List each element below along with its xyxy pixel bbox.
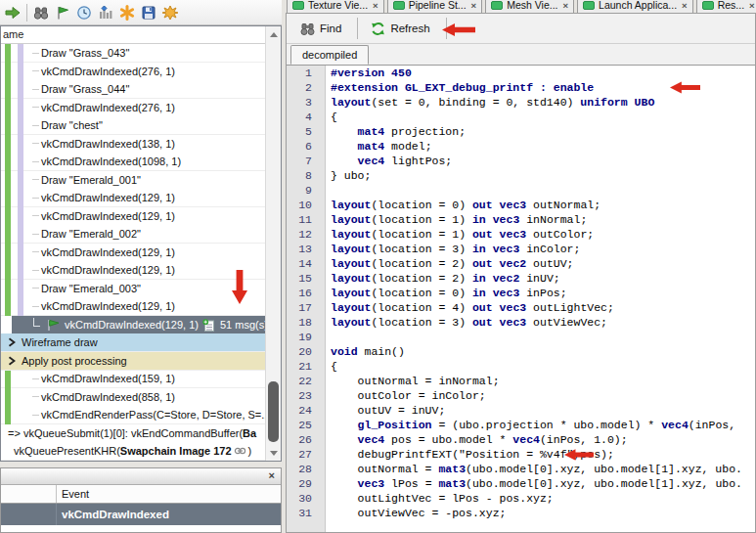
line-number: 1 xyxy=(287,66,319,80)
line-number: 16 xyxy=(287,286,319,300)
red-left-arrow-annotation xyxy=(670,81,700,94)
renderdoc-window: { "colors": { "annotation_red": "#dd2a1c… xyxy=(0,0,756,533)
event-row[interactable]: vkQueuePresentKHR( Swapchain Image 172 ) xyxy=(1,442,265,461)
code-line: 28 outNormal = mat3(ubo.model[0].xyz, ub… xyxy=(287,462,755,476)
event-row[interactable]: vkCmdDrawIndexed(276, 1) xyxy=(1,99,265,117)
refresh-icon xyxy=(371,22,385,36)
event-row[interactable]: => vkQueueSubmit(1)[0]: vkEndCommandBuff… xyxy=(1,424,265,443)
event-row[interactable]: vkCmdEndRenderPass(C=Store, D=Store, S=.… xyxy=(1,406,265,424)
code-line: 22 outNormal = inNormal; xyxy=(287,374,755,388)
name-column-header[interactable]: ame xyxy=(1,26,265,44)
line-number: 30 xyxy=(287,491,319,506)
save-icon[interactable] xyxy=(138,2,159,23)
window-tab[interactable]: Launch Applica...× xyxy=(577,0,693,13)
timer-clock-icon[interactable] xyxy=(73,2,95,23)
code-line: 25 gl_Position = (ubo.projection * ubo.m… xyxy=(287,418,755,432)
extensions-star-icon[interactable] xyxy=(159,2,181,23)
line-number: 18 xyxy=(287,315,319,330)
shader-source-editor[interactable]: 1#version 4502#extension GL_EXT_debug_pr… xyxy=(287,66,755,532)
event-row[interactable]: vkCmdDrawIndexed(129, 1) xyxy=(1,297,265,316)
event-row[interactable]: vkCmdDrawIndexed(129, 1) xyxy=(1,207,265,226)
event-row[interactable]: Wireframe draw xyxy=(1,333,265,352)
shader-viewer-frame: Find Refresh decompiled 1#version 4502#e… xyxy=(286,13,756,533)
asterisk-icon[interactable] xyxy=(116,2,138,23)
event-label-segment: ) xyxy=(248,445,252,457)
code-line: 21{ xyxy=(287,359,755,374)
event-column-label: Event xyxy=(57,488,89,500)
event-label: Draw "Emerald_001" xyxy=(41,174,141,186)
shader-toolbar: Find Refresh xyxy=(287,14,755,44)
code-line: 1#version 450 xyxy=(287,66,755,80)
event-row[interactable]: vkCmdDrawIndexed(858, 1) xyxy=(1,388,265,407)
code-line: 17layout(location = 4) out vec3 outLight… xyxy=(287,300,755,315)
messages-first-column xyxy=(1,485,57,503)
message-count-badge: 51 msg(s) xyxy=(220,319,265,331)
event-row[interactable]: Draw "Emerald_003" xyxy=(1,280,265,298)
close-icon[interactable]: × xyxy=(471,0,477,11)
window-icon xyxy=(491,1,503,10)
tree-connector-stub xyxy=(32,251,39,252)
refresh-button[interactable]: Refresh xyxy=(365,18,438,40)
messages-row-cell-empty xyxy=(1,504,57,525)
event-row-selected[interactable]: vkCmdDrawIndexed(129, 1)51 msg(s) xyxy=(1,316,265,334)
code-line: 10layout(location = 0) out vec3 outNorma… xyxy=(287,198,755,212)
find-binoculars-icon xyxy=(300,22,315,36)
event-tree-scrollbar[interactable] xyxy=(265,26,281,461)
window-tab[interactable]: Pipeline St...× xyxy=(387,0,483,13)
event-row[interactable]: vkCmdDrawIndexed(276, 1) xyxy=(1,63,265,81)
find-icon[interactable] xyxy=(30,2,52,23)
scroll-thumb[interactable] xyxy=(268,381,279,442)
scroll-down-button[interactable] xyxy=(266,445,282,461)
window-tab[interactable]: Res...× xyxy=(696,0,756,13)
event-row[interactable]: Draw "Emerald_002" xyxy=(1,225,265,244)
tree-connector-stub xyxy=(32,415,39,416)
event-row[interactable]: vkCmdDrawIndexed(159, 1) xyxy=(1,370,265,388)
code-line: 19 xyxy=(287,330,755,344)
event-row[interactable]: Draw "Emerald_001" xyxy=(1,171,265,190)
close-icon[interactable]: × xyxy=(269,469,275,481)
event-row[interactable]: vkCmdDrawIndexed(129, 1) xyxy=(1,244,265,262)
section-label: Apply post processing xyxy=(22,355,127,367)
code-line: 9 xyxy=(287,183,755,198)
event-label: vkCmdDrawIndexed(129, 1) xyxy=(41,210,175,222)
line-number: 3 xyxy=(287,95,319,110)
close-icon[interactable]: × xyxy=(563,0,569,11)
line-number: 10 xyxy=(287,198,319,212)
window-icon xyxy=(292,1,304,10)
event-label: vkCmdDrawIndexed(276, 1) xyxy=(41,66,175,77)
window-tab[interactable]: Mesh Vie...× xyxy=(485,0,574,13)
event-row[interactable]: Apply post processing xyxy=(1,352,265,371)
goto-arrow-icon[interactable] xyxy=(2,2,23,23)
event-row[interactable]: Draw "chest" xyxy=(1,116,265,135)
window-tab[interactable]: Texture Vie...× xyxy=(287,0,384,13)
scroll-up-button[interactable] xyxy=(266,26,282,42)
event-row[interactable]: vkCmdDrawIndexed(129, 1) xyxy=(1,189,265,207)
event-row[interactable]: Draw "Grass_043" xyxy=(1,44,265,63)
red-left-arrow-annotation xyxy=(442,23,475,36)
close-icon[interactable]: × xyxy=(373,0,378,11)
event-row[interactable]: vkCmdDrawIndexed(129, 1) xyxy=(1,261,265,280)
window-icon xyxy=(702,1,714,10)
find-button[interactable]: Find xyxy=(294,18,350,40)
line-number: 19 xyxy=(287,330,319,344)
event-label-segment: => vkQueueSubmit(1)[0]: vkEndCommandBuff… xyxy=(8,427,243,439)
code-line: 7 vec4 lightPos; xyxy=(287,154,755,168)
line-number: 11 xyxy=(287,212,319,227)
window-tab-label: Pipeline St... xyxy=(409,0,467,11)
event-row[interactable]: Draw "Grass_044" xyxy=(1,80,265,99)
messages-selected-row[interactable]: vkCmdDrawIndexed xyxy=(1,504,281,525)
tab-decompiled[interactable]: decompiled xyxy=(290,45,369,65)
close-icon[interactable]: × xyxy=(749,0,755,11)
line-number: 6 xyxy=(287,139,319,154)
flag-icon xyxy=(46,319,61,332)
bookmark-flag-icon[interactable] xyxy=(52,2,73,23)
event-row[interactable]: vkCmdDrawIndexed(1098, 1) xyxy=(1,153,265,171)
toolbar-separator xyxy=(357,18,358,39)
stats-histogram-icon[interactable] xyxy=(95,2,116,23)
line-number: 23 xyxy=(287,388,319,403)
chevron-right-icon xyxy=(8,356,16,366)
event-row[interactable]: vkCmdDrawIndexed(138, 1) xyxy=(1,135,265,154)
tree-connector-stub xyxy=(32,107,39,108)
code-line: 13layout(location = 3) in vec3 inColor; xyxy=(287,242,755,256)
close-icon[interactable]: × xyxy=(682,0,688,11)
